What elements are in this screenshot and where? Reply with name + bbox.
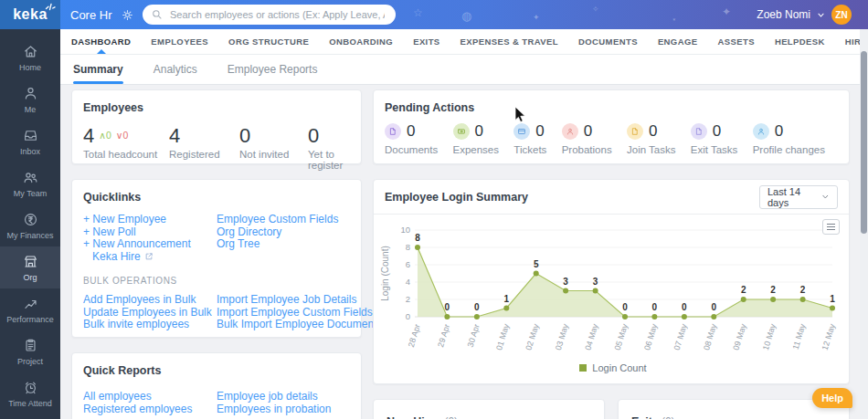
report-link-registered-employees[interactable]: Registered employees — [83, 403, 217, 416]
data-point — [444, 314, 450, 319]
pending-action-documents[interactable]: 0 Documents — [385, 122, 438, 155]
sidebar-item-partial[interactable] — [0, 414, 60, 419]
svg-text:2: 2 — [741, 285, 746, 295]
pending-action-exit-tasks[interactable]: 0 Exit Tasks — [691, 122, 738, 155]
quicklink-new-announcement[interactable]: + New Announcement — [83, 238, 217, 251]
subtab-summary[interactable]: Summary — [73, 55, 123, 84]
svg-text:2: 2 — [406, 294, 410, 304]
report-link-employees-in-probation[interactable]: Employees in probation — [217, 403, 350, 416]
money-icon — [456, 126, 467, 137]
delta-down: ∨0 — [116, 125, 129, 145]
tab-onboarding[interactable]: ONBOARDING — [329, 29, 393, 54]
keka-logo[interactable]: keka — [0, 0, 60, 29]
team-icon — [23, 170, 38, 185]
svg-text:6: 6 — [406, 259, 410, 269]
pending-action-join-tasks[interactable]: 0 Join Tasks — [627, 122, 675, 155]
tab-assets[interactable]: ASSETS — [717, 29, 754, 54]
bulk-link-bulk-import-employee-documents[interactable]: Bulk Import Employee Documents — [217, 319, 382, 331]
pending-actions-title: Pending Actions — [385, 101, 825, 114]
svg-text:28 Apr: 28 Apr — [407, 323, 422, 349]
chart-legend[interactable]: Login Count — [377, 362, 849, 373]
document-icon — [693, 126, 704, 137]
user-menu[interactable]: Zoeb Nomi ZN — [757, 0, 852, 29]
sidebar: Home Me Inbox My Team My Finances Org Pe… — [0, 29, 60, 419]
data-point — [563, 288, 568, 294]
pending-count: 0 — [535, 122, 544, 141]
quicklink-org-directory[interactable]: Org Directory — [217, 226, 350, 239]
bottom-row: New Hires(0) Exits(0) — [373, 399, 850, 419]
tab-employees[interactable]: EMPLOYEES — [151, 29, 208, 54]
report-link-employee-job-details[interactable]: Employee job details — [217, 391, 350, 403]
subtab-analytics[interactable]: Analytics — [153, 55, 197, 84]
bulk-operations-title: BULK OPERATIONS — [83, 276, 350, 286]
help-button[interactable]: Help — [812, 388, 852, 408]
chart-menu-icon[interactable] — [822, 219, 840, 235]
pending-label: Probations — [562, 144, 612, 155]
pending-label: Join Tasks — [627, 144, 675, 155]
svg-text:11 May: 11 May — [791, 322, 808, 351]
user-icon — [23, 86, 38, 101]
login-chart: 0246810Login (Count)80015330000222128 Ap… — [377, 219, 840, 358]
sidebar-item-org[interactable]: Org — [0, 246, 60, 288]
pending-action-probations[interactable]: 0 Probations — [562, 122, 612, 155]
login-chart-body: 0246810Login (Count)80015330000222128 Ap… — [374, 215, 849, 373]
tab-org-structure[interactable]: ORG STRUCTURE — [228, 29, 309, 54]
svg-text:0: 0 — [712, 302, 717, 312]
sidebar-item-inbox[interactable]: Inbox — [0, 120, 60, 162]
date-range-select[interactable]: Last 14 days — [759, 185, 838, 209]
gear-icon[interactable] — [122, 9, 133, 21]
quicklinks-card: Quicklinks + New Employee+ New Poll+ New… — [71, 179, 362, 338]
bulk-link-bulk-invite-employees[interactable]: Bulk invite employees — [83, 319, 217, 331]
sidebar-item-my-team[interactable]: My Team — [0, 162, 60, 204]
pending-label: Expenses — [453, 144, 500, 155]
data-point — [651, 314, 657, 319]
tab-helpdesk[interactable]: HELPDESK — [775, 29, 825, 54]
new-hires-title: New Hires — [386, 415, 441, 419]
data-point — [800, 297, 806, 302]
bulk-link-import-employee-custom-fields[interactable]: Import Employee Custom Fields — [217, 307, 382, 319]
sidebar-item-my-finances[interactable]: My Finances — [0, 204, 60, 246]
report-link-all-employees[interactable]: All employees — [83, 391, 217, 403]
quicklink-new-poll[interactable]: + New Poll — [83, 226, 217, 239]
login-summary-title: Employee Login Summary — [385, 191, 528, 204]
sidebar-item-home[interactable]: Home — [0, 37, 60, 79]
avatar[interactable]: ZN — [831, 5, 852, 25]
tab-documents[interactable]: DOCUMENTS — [578, 29, 638, 54]
pending-action-tickets[interactable]: 0 Tickets — [513, 122, 546, 155]
quicklink-employee-custom-fields[interactable]: Employee Custom Fields — [217, 214, 350, 226]
scrollbar-thumb[interactable] — [861, 51, 867, 234]
dashboard-subnav: SummaryAnalyticsEmployee Reports — [60, 55, 860, 85]
global-search-input[interactable] — [168, 8, 386, 21]
quicklink-new-employee[interactable]: + New Employee — [83, 214, 217, 226]
quicklinks-right: Employee Custom FieldsOrg DirectoryOrg T… — [217, 214, 350, 263]
pending-count: 0 — [649, 122, 657, 141]
tab-exits[interactable]: EXITS — [413, 29, 439, 54]
subtab-employee-reports[interactable]: Employee Reports — [228, 55, 318, 84]
pending-action-expenses[interactable]: 0 Expenses — [453, 122, 500, 155]
svg-text:4: 4 — [406, 277, 410, 287]
keka-hire-link[interactable]: Keka Hire — [92, 251, 217, 264]
scrollbar-track[interactable] — [860, 29, 868, 419]
employee-stat-yet-to-register: 0 Yet to register — [308, 125, 350, 171]
sidebar-item-performance[interactable]: Performance — [0, 288, 60, 330]
svg-text:8: 8 — [415, 233, 420, 243]
tab-dashboard[interactable]: DASHBOARD — [71, 29, 131, 54]
sidebar-item-project[interactable]: Project — [0, 330, 60, 372]
data-point — [830, 306, 835, 311]
logo-spark-icon — [45, 2, 56, 11]
bulk-link-import-employee-job-details[interactable]: Import Employee Job Details — [217, 294, 382, 307]
tab-engage[interactable]: ENGAGE — [658, 29, 698, 54]
sidebar-item-label: Time Attend — [8, 399, 52, 408]
bulk-link-update-employees-in-bulk[interactable]: Update Employees in Bulk — [83, 307, 217, 319]
svg-text:05 May: 05 May — [613, 322, 630, 351]
quicklink-org-tree[interactable]: Org Tree — [217, 238, 350, 251]
svg-text:5: 5 — [534, 259, 539, 269]
bulk-link-add-employees-in-bulk[interactable]: Add Employees in Bulk — [83, 294, 217, 307]
pending-action-profile-changes[interactable]: 0 Profile changes — [753, 122, 825, 155]
sidebar-item-time-attend[interactable]: Time Attend — [0, 372, 60, 414]
data-point — [415, 245, 420, 250]
tab-expenses-travel[interactable]: EXPENSES & TRAVEL — [460, 29, 558, 54]
document-icon — [630, 126, 640, 137]
sidebar-item-me[interactable]: Me — [0, 79, 60, 120]
quicklinks-left: + New Employee+ New Poll+ New Announceme… — [83, 214, 217, 263]
